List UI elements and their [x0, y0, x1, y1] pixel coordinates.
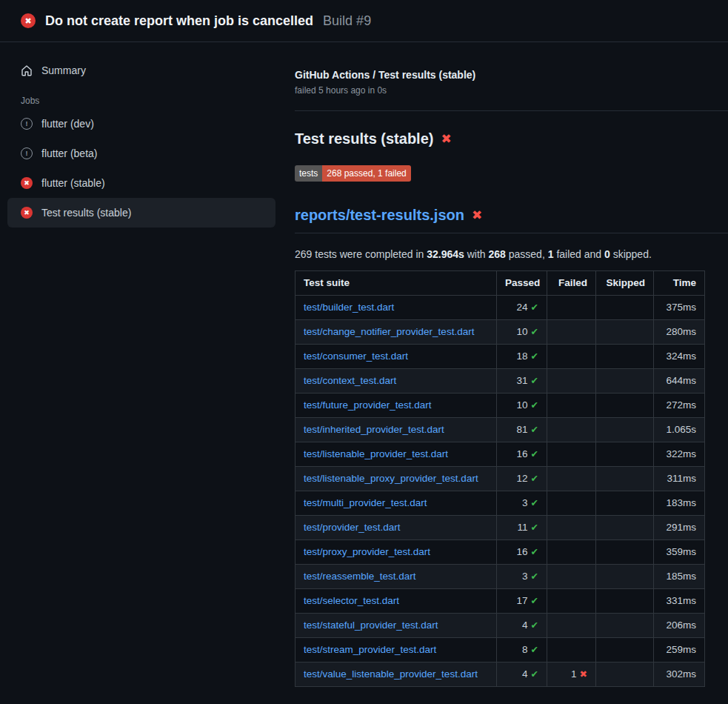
summary-skipped-count: 0: [604, 248, 610, 260]
check-icon: ✔: [531, 645, 538, 655]
time-cell: 375ms: [654, 296, 705, 320]
skipped-cell: [596, 418, 654, 442]
test-suite-link[interactable]: test/listenable_proxy_provider_test.dart: [304, 473, 478, 484]
summary-text: skipped.: [610, 248, 652, 260]
passed-cell: 4✔: [497, 614, 547, 638]
skipped-cell: [596, 491, 654, 516]
test-suite-link[interactable]: test/reassemble_test.dart: [304, 571, 416, 582]
test-suite-link[interactable]: test/change_notifier_provider_test.dart: [304, 326, 474, 337]
test-suite-link[interactable]: test/proxy_provider_test.dart: [304, 546, 430, 557]
sidebar: Summary Jobs !flutter (dev)!flutter (bet…: [0, 42, 283, 228]
passed-cell-count: 16: [516, 546, 527, 557]
time-cell: 1.065s: [654, 418, 705, 442]
passed-cell-count: 8: [522, 644, 528, 655]
test-suite-link[interactable]: test/context_test.dart: [304, 375, 396, 386]
summary-passed-count: 268: [489, 248, 506, 260]
sidebar-summary-label: Summary: [41, 64, 86, 76]
x-circle-fill-icon: ✖: [21, 177, 33, 189]
test-suite-link[interactable]: test/value_listenable_provider_test.dart: [304, 668, 478, 680]
failed-cell: [547, 418, 596, 442]
time-cell: 322ms: [654, 442, 705, 467]
skipped-cell: [596, 345, 654, 369]
table-row: test/inherited_provider_test.dart81✔1.06…: [295, 418, 705, 442]
failed-cell: [547, 345, 596, 369]
passed-cell: 10✔: [497, 393, 547, 418]
failed-cell: [547, 369, 596, 393]
column-header-test-suite: Test suite: [295, 271, 497, 296]
test-suite-link[interactable]: test/stateful_provider_test.dart: [304, 620, 438, 631]
summary-failed-count: 1: [548, 248, 554, 260]
time-cell: 331ms: [654, 589, 705, 614]
check-icon: ✔: [531, 596, 538, 606]
sidebar-item-flutter-stable[interactable]: ✖flutter (stable): [7, 168, 275, 198]
sidebar-item-flutter-beta[interactable]: !flutter (beta): [7, 139, 275, 168]
skipped-cell: [596, 663, 654, 687]
passed-cell: 31✔: [497, 369, 547, 393]
column-header-time: Time: [654, 271, 705, 296]
table-row: test/builder_test.dart24✔375ms: [295, 296, 705, 320]
skipped-cell: [596, 565, 654, 589]
alert-circle-icon: !: [21, 147, 33, 159]
passed-cell: 3✔: [497, 491, 547, 516]
failed-cell: [547, 516, 596, 540]
failed-cell: 1✖: [547, 663, 596, 687]
passed-cell: 16✔: [497, 540, 547, 565]
test-suite-link[interactable]: test/multi_provider_test.dart: [304, 497, 427, 508]
test-suite-link[interactable]: test/stream_provider_test.dart: [304, 644, 436, 655]
passed-cell: 8✔: [497, 638, 547, 663]
report-link[interactable]: reports/test-results.json: [295, 207, 464, 224]
job-label: flutter (beta): [41, 147, 97, 159]
table-row: test/future_provider_test.dart10✔272ms: [295, 393, 705, 418]
test-suite-link[interactable]: test/inherited_provider_test.dart: [304, 424, 444, 435]
summary-text: 269 tests were completed in: [295, 248, 427, 260]
column-header-passed: Passed: [497, 271, 547, 296]
skipped-cell: [596, 393, 654, 418]
check-icon: ✔: [531, 547, 538, 557]
test-suite-link[interactable]: test/future_provider_test.dart: [304, 399, 432, 411]
failed-cell: [547, 491, 596, 516]
passed-cell-count: 17: [516, 595, 527, 606]
column-header-failed: Failed: [547, 271, 596, 296]
test-suite-link[interactable]: test/selector_test.dart: [304, 595, 399, 606]
test-suite-link[interactable]: test/builder_test.dart: [304, 302, 394, 313]
job-label: flutter (dev): [41, 118, 94, 130]
sidebar-item-test-results-stable[interactable]: ✖Test results (stable): [7, 198, 275, 228]
sidebar-item-summary[interactable]: Summary: [7, 56, 275, 85]
passed-cell-count: 16: [516, 448, 527, 459]
page-layout: Summary Jobs !flutter (dev)!flutter (bet…: [0, 42, 728, 687]
skipped-cell: [596, 296, 654, 320]
check-icon: ✔: [531, 498, 538, 508]
passed-cell: 16✔: [497, 442, 547, 467]
passed-cell-count: 81: [516, 424, 527, 435]
job-label: Test results (stable): [41, 207, 131, 219]
passed-cell-count: 3: [522, 571, 528, 582]
check-icon: ✔: [531, 669, 538, 680]
summary-line: 269 tests were completed in 32.964s with…: [295, 248, 704, 260]
test-suite-link[interactable]: test/provider_test.dart: [304, 522, 401, 533]
test-suite-cell: test/context_test.dart: [295, 369, 497, 393]
table-row: test/listenable_provider_test.dart16✔322…: [295, 442, 705, 467]
skipped-cell: [596, 516, 654, 540]
summary-text: failed and: [554, 248, 605, 260]
skipped-cell: [596, 589, 654, 614]
passed-cell-count: 10: [516, 399, 527, 411]
test-suite-link[interactable]: test/consumer_test.dart: [304, 351, 408, 362]
report-heading: reports/test-results.json ✖: [295, 207, 728, 233]
time-cell: 359ms: [654, 540, 705, 565]
passed-cell-count: 24: [516, 302, 527, 313]
time-cell: 272ms: [654, 393, 705, 418]
test-suite-cell: test/consumer_test.dart: [295, 345, 497, 369]
check-icon: ✔: [531, 449, 538, 459]
sidebar-item-flutter-dev[interactable]: !flutter (dev): [7, 109, 275, 139]
test-suite-cell: test/multi_provider_test.dart: [295, 491, 497, 516]
skipped-cell: [596, 614, 654, 638]
table-row: test/provider_test.dart11✔291ms: [295, 516, 705, 540]
skipped-cell: [596, 369, 654, 393]
tests-badge: tests 268 passed, 1 failed: [295, 165, 411, 182]
passed-cell: 12✔: [497, 467, 547, 491]
table-row: test/reassemble_test.dart3✔185ms: [295, 565, 705, 589]
failed-cell: [547, 442, 596, 467]
test-suite-link[interactable]: test/listenable_provider_test.dart: [304, 448, 448, 459]
badge-label: tests: [295, 165, 322, 182]
test-suite-cell: test/proxy_provider_test.dart: [295, 540, 497, 565]
